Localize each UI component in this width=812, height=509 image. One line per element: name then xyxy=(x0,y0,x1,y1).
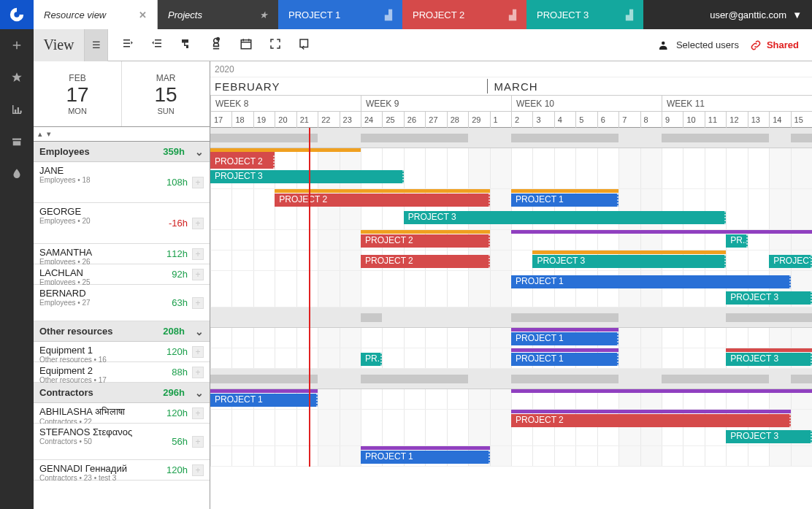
tab-projects[interactable]: Projects ★ xyxy=(158,0,278,29)
add-task-button[interactable]: + xyxy=(192,346,204,358)
group-summary-bar[interactable] xyxy=(361,375,468,383)
group-summary-bar[interactable] xyxy=(791,375,812,383)
resource-row[interactable]: Equipment 2Other resources • 1788h+ xyxy=(34,362,210,383)
allocation-bar[interactable] xyxy=(511,230,812,234)
day-label[interactable]: 21 xyxy=(296,112,318,128)
calendar-icon[interactable] xyxy=(240,37,253,53)
task-bar[interactable]: PR... xyxy=(726,234,747,248)
group-summary-bar[interactable] xyxy=(662,375,769,383)
resource-row[interactable]: JANEEmployees • 18108h+ xyxy=(34,162,210,203)
task-bar[interactable]: PROJECT 1 xyxy=(361,451,490,464)
group-summary-bar[interactable] xyxy=(511,375,618,383)
paint-icon[interactable] xyxy=(180,37,193,53)
task-bar[interactable]: PROJECT 2 xyxy=(210,156,275,169)
day-label[interactable]: 26 xyxy=(404,112,425,128)
close-icon[interactable]: ✕ xyxy=(139,9,147,20)
chart-icon[interactable] xyxy=(0,93,34,126)
group-summary-bar[interactable] xyxy=(726,313,812,322)
allocation-bar[interactable] xyxy=(361,230,490,234)
day-label[interactable]: 24 xyxy=(361,112,382,128)
group-summary-bar[interactable] xyxy=(511,134,618,142)
menu-icon[interactable]: ☰ xyxy=(85,29,108,61)
resource-row[interactable]: BERNARDEmployees • 2763h+ xyxy=(34,285,210,321)
allocation-bar[interactable] xyxy=(511,389,812,393)
day-label[interactable]: 25 xyxy=(382,112,403,128)
tab-project-2[interactable]: PROJECT 2 ▟ xyxy=(402,0,526,29)
add-task-button[interactable]: + xyxy=(192,218,204,229)
resource-row[interactable]: GEORGEEmployees • 20-16h+ xyxy=(34,203,210,244)
resource-row[interactable]: ABHILASHA अभिलाषाContractors • 22120h+ xyxy=(34,403,210,424)
drop-icon[interactable] xyxy=(0,158,34,190)
day-label[interactable]: 10 xyxy=(683,112,704,128)
view-button[interactable]: View xyxy=(34,29,85,61)
add-task-button[interactable]: + xyxy=(192,436,204,448)
day-label[interactable]: 11 xyxy=(705,112,726,128)
task-bar[interactable]: PROJECT 3 xyxy=(726,291,812,305)
resource-row[interactable]: LACHLANEmployees • 2592h+ xyxy=(34,264,210,285)
group-summary-bar[interactable] xyxy=(210,375,318,383)
day-label[interactable]: 29 xyxy=(468,112,489,128)
logo[interactable] xyxy=(0,0,34,29)
add-task-button[interactable]: + xyxy=(192,177,204,188)
allocation-bar[interactable] xyxy=(210,389,318,393)
day-label[interactable]: 12 xyxy=(726,112,747,128)
day-label[interactable]: 1 xyxy=(490,112,511,128)
timeline[interactable]: 2020 FEBRUARYMARCH WEEK 8WEEK 9WEEK 10WE… xyxy=(210,61,812,509)
resource-row[interactable]: SAMANTHAEmployees • 26112h+ xyxy=(34,244,210,264)
allocation-bar[interactable] xyxy=(275,189,489,193)
sort-asc-icon[interactable]: ▴ xyxy=(38,129,42,139)
task-bar[interactable]: PROJECT 3 xyxy=(532,255,726,268)
allocation-bar[interactable] xyxy=(532,250,726,254)
task-bar[interactable]: PROJECT 3 xyxy=(210,170,404,183)
group-summary-bar[interactable] xyxy=(361,313,382,322)
date-end[interactable]: MAR 15 SUN xyxy=(122,61,210,126)
chevron-down-icon[interactable]: ⌄ xyxy=(195,146,204,158)
task-bar[interactable]: PROJECT 2 xyxy=(511,414,791,427)
day-label[interactable]: 22 xyxy=(318,112,339,128)
add-task-button[interactable]: + xyxy=(192,248,204,260)
task-bar[interactable]: PROJECT 3 xyxy=(726,353,812,366)
task-bar[interactable]: PROJECT 3 xyxy=(404,211,726,224)
add-task-button[interactable]: + xyxy=(192,407,204,419)
allocation-bar[interactable] xyxy=(511,410,791,413)
group-summary-bar[interactable] xyxy=(210,134,318,142)
pin-icon[interactable] xyxy=(209,37,223,53)
tab-project-3[interactable]: PROJECT 3 ▟ xyxy=(526,0,643,29)
allocation-bar[interactable] xyxy=(511,348,618,352)
group-header[interactable]: Employees359h⌄ xyxy=(34,142,210,162)
user-menu[interactable]: user@ganttic.com ▼ xyxy=(700,0,812,29)
allocation-bar[interactable] xyxy=(726,348,812,352)
day-label[interactable]: 17 xyxy=(210,112,231,128)
fullscreen-icon[interactable] xyxy=(269,37,282,53)
day-label[interactable]: 23 xyxy=(340,112,361,128)
collapse-icon[interactable] xyxy=(121,37,134,53)
group-summary-bar[interactable] xyxy=(662,134,769,142)
add-task-button[interactable]: + xyxy=(192,367,204,378)
add-icon[interactable] xyxy=(0,29,34,61)
task-bar[interactable]: PROJECT 2 xyxy=(361,255,490,268)
task-bar[interactable]: PR... xyxy=(361,353,382,366)
allocation-bar[interactable] xyxy=(511,189,618,193)
group-summary-bar[interactable] xyxy=(361,134,468,142)
resource-row[interactable]: GENNADI ГеннадийContractors • 23 • test … xyxy=(34,460,210,481)
day-label[interactable]: 5 xyxy=(575,112,597,128)
add-task-button[interactable]: + xyxy=(192,297,204,309)
day-label[interactable]: 27 xyxy=(425,112,446,128)
task-bar[interactable]: PROJECT 2 xyxy=(361,234,490,248)
day-label[interactable]: 13 xyxy=(748,112,769,128)
task-bar[interactable]: PROJECT 3 xyxy=(769,255,812,268)
allocation-bar[interactable] xyxy=(511,328,618,332)
task-bar[interactable]: PROJECT 2 xyxy=(275,194,489,207)
shared-button[interactable]: Shared xyxy=(749,39,799,52)
add-task-button[interactable]: + xyxy=(192,269,204,280)
day-label[interactable]: 8 xyxy=(640,112,662,128)
star-icon[interactable] xyxy=(0,61,34,93)
resource-row[interactable]: Equipment 1Other resources • 16120h+ xyxy=(34,342,210,362)
day-label[interactable]: 15 xyxy=(791,112,812,128)
day-label[interactable]: 2 xyxy=(511,112,532,128)
group-summary-bar[interactable] xyxy=(791,134,812,142)
day-label[interactable]: 20 xyxy=(275,112,296,128)
date-start[interactable]: FEB 17 MON xyxy=(34,61,122,126)
group-header[interactable]: Other resources208h⌄ xyxy=(34,321,210,342)
day-label[interactable]: 9 xyxy=(662,112,683,128)
